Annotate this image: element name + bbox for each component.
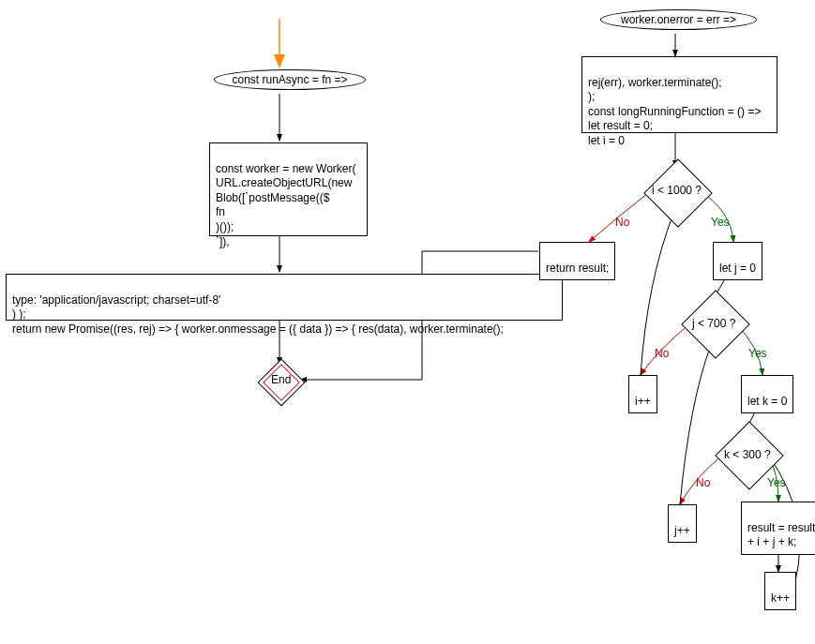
label: rej(err), worker.terminate(); ); const l… <box>588 76 761 147</box>
label: k++ <box>771 592 790 605</box>
label: const worker = new Worker( URL.createObj… <box>216 162 356 248</box>
label: result = result + i + j + k; <box>747 521 815 549</box>
label: return result; <box>546 262 609 275</box>
label: j++ <box>674 524 690 537</box>
label: const runAsync = fn => <box>232 73 347 86</box>
node-run-async: const runAsync = fn => <box>214 69 366 90</box>
decision-j-label: j < 700 ? <box>692 317 735 330</box>
node-k-inc: k++ <box>764 572 796 610</box>
node-j-inc: j++ <box>668 504 697 543</box>
edge-no-k: No <box>696 476 710 489</box>
edge-yes-i: Yes <box>711 216 730 229</box>
node-i-inc: i++ <box>628 375 657 413</box>
label: i++ <box>635 395 651 408</box>
decision-i-label: i < 1000 ? <box>652 184 702 197</box>
node-let-j: let j = 0 <box>713 242 762 280</box>
node-worker-onerror: worker.onerror = err => <box>600 9 757 30</box>
node-promise-return: type: 'application/javascript; charset=u… <box>6 274 563 321</box>
node-result-accum: result = result + i + j + k; <box>741 502 815 555</box>
edge-no-j: No <box>655 347 669 360</box>
label: let j = 0 <box>719 262 756 275</box>
node-return-result: return result; <box>539 242 615 280</box>
edge-yes-k: Yes <box>767 476 786 489</box>
edge-yes-j: Yes <box>748 347 767 360</box>
node-reject-terminate: rej(err), worker.terminate(); ); const l… <box>581 56 777 133</box>
end-label: End <box>271 373 291 386</box>
label: worker.onerror = err => <box>621 13 736 26</box>
node-let-k: let k = 0 <box>741 375 793 413</box>
label: let k = 0 <box>747 395 787 408</box>
node-worker-create: const worker = new Worker( URL.createObj… <box>209 142 368 236</box>
edge-no-i: No <box>615 216 629 229</box>
decision-k-label: k < 300 ? <box>724 448 771 461</box>
label: type: 'application/javascript; charset=u… <box>12 293 504 336</box>
